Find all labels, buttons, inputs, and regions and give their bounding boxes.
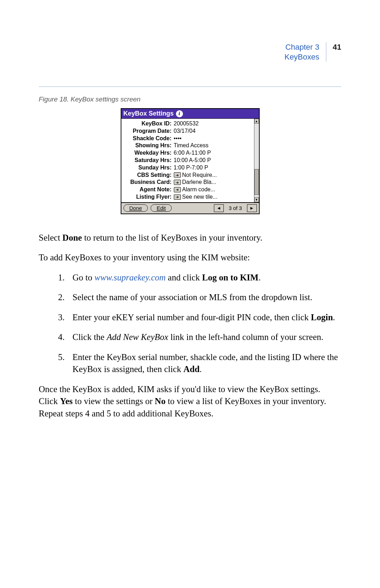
settings-row: Business Card:➜Darlene Bla... bbox=[121, 179, 253, 186]
page-header: Chapter 3 KeyBoxes 41 bbox=[39, 42, 341, 62]
done-button[interactable]: Done bbox=[124, 204, 148, 212]
paragraph-3: Once the KeyBox is added, KIM asks if yo… bbox=[39, 383, 341, 420]
settings-row: Program Date:03/17/04 bbox=[121, 128, 253, 135]
page-number: 41 bbox=[333, 42, 341, 52]
scroll-up-icon[interactable]: ▲ bbox=[254, 119, 259, 124]
row-label: Program Date: bbox=[123, 128, 174, 135]
row-label: Shackle Code: bbox=[123, 135, 174, 142]
row-label: Agent Note: bbox=[123, 186, 174, 193]
settings-row: Weekday Hrs:6:00 A-11:00 P bbox=[121, 149, 253, 157]
record-count: 3 of 3 bbox=[227, 205, 244, 211]
figure-caption: Figure 18. KeyBox settings screen bbox=[39, 95, 341, 103]
row-value: 10:00 A-5:00 P bbox=[174, 157, 211, 164]
list-item: Enter your eKEY serial number and four-d… bbox=[67, 311, 341, 324]
list-item: Enter the KeyBox serial number, shackle … bbox=[67, 351, 341, 376]
supraekey-link[interactable]: www.supraekey.com bbox=[95, 273, 166, 282]
keybox-settings-screen: KeyBox Settings i KeyBox ID:20005532Prog… bbox=[121, 108, 260, 214]
info-icon[interactable]: i bbox=[176, 110, 183, 117]
row-label: Listing Flyer: bbox=[123, 193, 174, 201]
detail-arrow-icon[interactable]: ➜ bbox=[174, 194, 181, 200]
header-rule bbox=[39, 86, 341, 87]
row-value: Timed Access bbox=[174, 142, 209, 149]
paragraph-1: Select Done to return to the list of Key… bbox=[39, 232, 341, 244]
prev-arrow-icon[interactable]: ◄ bbox=[214, 204, 224, 212]
row-value: See new tile... bbox=[182, 193, 218, 201]
settings-row: Sunday Hrs:1:00 P-7:00 P bbox=[121, 164, 253, 172]
scroll-down-icon[interactable]: ▼ bbox=[254, 197, 259, 202]
row-value: 1:00 P-7:00 P bbox=[174, 164, 208, 172]
screen-titlebar: KeyBox Settings i bbox=[121, 109, 259, 119]
paragraph-2: To add KeyBoxes to your inventory using … bbox=[39, 252, 341, 264]
scroll-thumb[interactable] bbox=[254, 169, 259, 195]
settings-row: Saturday Hrs:10:00 A-5:00 P bbox=[121, 157, 253, 164]
row-value: Alarm code... bbox=[182, 186, 215, 193]
settings-row: Shackle Code:•••• bbox=[121, 135, 253, 142]
edit-button[interactable]: Edit bbox=[151, 204, 172, 212]
settings-row: Agent Note:➜Alarm code... bbox=[121, 186, 253, 193]
row-label: CBS Setting: bbox=[123, 172, 174, 179]
row-value: Darlene Bla... bbox=[182, 179, 216, 186]
screen-title: KeyBox Settings bbox=[124, 110, 174, 117]
row-label: Saturday Hrs: bbox=[123, 157, 174, 164]
scrollbar[interactable]: ▲ ▼ bbox=[254, 119, 259, 202]
row-value: 6:00 A-11:00 P bbox=[174, 149, 211, 157]
row-value: 20005532 bbox=[174, 120, 199, 128]
detail-arrow-icon[interactable]: ➜ bbox=[174, 172, 181, 178]
row-label: Weekday Hrs: bbox=[123, 149, 174, 157]
row-label: Business Card: bbox=[123, 179, 174, 186]
detail-arrow-icon[interactable]: ➜ bbox=[174, 180, 181, 185]
settings-row: Showing Hrs:Timed Access bbox=[121, 142, 253, 149]
settings-row: KeyBox ID:20005532 bbox=[121, 120, 253, 128]
next-arrow-icon[interactable]: ► bbox=[247, 204, 257, 212]
row-label: Showing Hrs: bbox=[123, 142, 174, 149]
row-value: •••• bbox=[174, 135, 182, 142]
list-item: Select the name of your association or M… bbox=[67, 291, 341, 304]
row-value: Not Require... bbox=[182, 172, 217, 179]
row-label: KeyBox ID: bbox=[123, 120, 174, 128]
list-item: Go to www.supraekey.com and click Log on… bbox=[67, 272, 341, 284]
section-label: KeyBoxes bbox=[284, 52, 319, 62]
instruction-list: Go to www.supraekey.com and click Log on… bbox=[67, 272, 341, 376]
detail-arrow-icon[interactable]: ➜ bbox=[174, 187, 181, 192]
chapter-label: Chapter 3 bbox=[284, 42, 319, 52]
row-label: Sunday Hrs: bbox=[123, 164, 174, 172]
settings-row: Listing Flyer:➜See new tile... bbox=[121, 193, 253, 201]
list-item: Click the Add New KeyBox link in the lef… bbox=[67, 331, 341, 343]
settings-row: CBS Setting:➜Not Require... bbox=[121, 172, 253, 179]
row-value: 03/17/04 bbox=[174, 128, 196, 135]
